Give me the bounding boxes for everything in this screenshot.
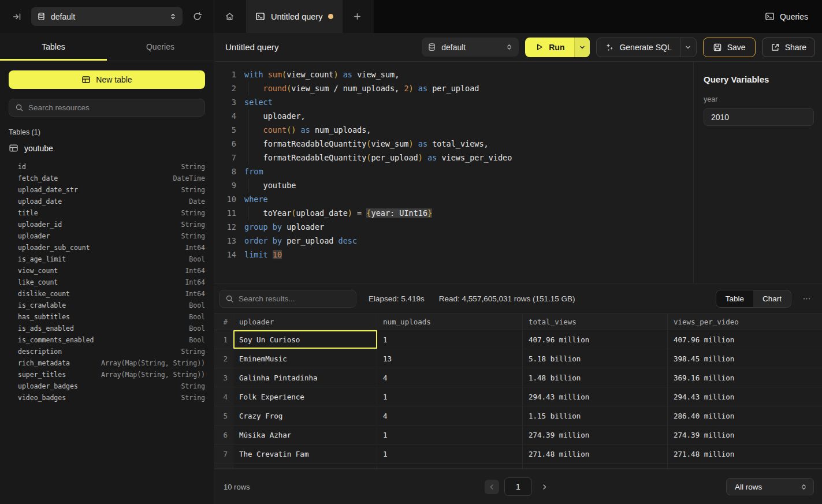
row-index[interactable]: 5 — [214, 406, 233, 425]
cell[interactable]: 4 — [377, 368, 523, 387]
code-line[interactable]: 11 toYear(upload_date) = {year: UInt16} — [221, 206, 693, 220]
code-line[interactable]: 8from — [221, 165, 693, 178]
results-search-input[interactable] — [239, 294, 350, 303]
row-index[interactable]: 3 — [214, 368, 233, 387]
new-table-button[interactable]: New table — [9, 70, 205, 89]
table-column-row[interactable]: view_countInt64 — [9, 265, 205, 277]
cell[interactable]: Crazy Frog — [233, 406, 377, 425]
cell[interactable]: 398.45 million — [668, 349, 822, 368]
queries-button[interactable]: Queries — [751, 0, 822, 33]
table-column-row[interactable]: uploader_badgesString — [9, 380, 205, 392]
cell[interactable]: Músika Azhar — [233, 425, 377, 444]
cell[interactable]: 13 — [377, 349, 523, 368]
table-column-row[interactable]: uploader_idString — [9, 219, 205, 230]
column-header-index[interactable]: # — [214, 314, 233, 330]
query-tab[interactable]: Untitled query — [246, 0, 343, 33]
column-header-uploader[interactable]: uploader — [233, 314, 377, 330]
column-header-num_uploads[interactable]: num_uploads — [377, 314, 523, 330]
table-column-row[interactable]: upload_dateDate — [9, 196, 205, 207]
next-page-button[interactable] — [537, 480, 552, 494]
cell[interactable]: 1 — [377, 445, 523, 463]
row-index[interactable]: 1 — [214, 330, 233, 349]
generate-sql-options-button[interactable] — [680, 38, 696, 57]
cell[interactable]: 271.48 million — [523, 445, 668, 463]
table-column-row[interactable]: is_ads_enabledBool — [9, 323, 205, 334]
code-line[interactable]: 4 uploader, — [221, 109, 693, 123]
code-line[interactable]: 2 round(view_sum / num_uploads, 2) as pe… — [221, 81, 693, 95]
cell[interactable]: 294.43 million — [523, 387, 668, 406]
run-options-button[interactable] — [574, 38, 590, 57]
cell[interactable]: 1.15 billion — [523, 406, 668, 425]
column-header-views_per_video[interactable]: views_per_video — [668, 314, 822, 330]
code-line[interactable]: 5 count() as num_uploads, — [221, 123, 693, 137]
table-column-row[interactable]: idString — [9, 161, 205, 173]
row-index[interactable]: 6 — [214, 425, 233, 444]
cell[interactable]: 286.40 million — [668, 406, 822, 425]
code-line[interactable]: 9 youtube — [221, 178, 693, 192]
new-tab-button[interactable] — [348, 8, 366, 25]
cell[interactable]: 407.96 million — [523, 330, 668, 349]
cell[interactable]: EminemMusic — [233, 349, 377, 368]
generate-sql-button[interactable]: Generate SQL — [597, 38, 679, 57]
code-line[interactable]: 7 formatReadableQuantity(per_upload) as … — [221, 151, 693, 165]
more-options-button[interactable] — [799, 291, 814, 306]
variable-input-year[interactable] — [704, 108, 814, 126]
cell[interactable]: 1 — [377, 425, 523, 444]
table-column-row[interactable]: like_countInt64 — [9, 277, 205, 288]
view-toggle-table[interactable]: Table — [716, 290, 753, 307]
cell[interactable]: 1.48 billion — [523, 368, 668, 387]
page-size-selector[interactable]: All rows — [726, 478, 814, 495]
database-selector-sidebar[interactable]: default — [31, 7, 183, 26]
cell[interactable]: 4 — [377, 406, 523, 425]
row-index[interactable]: 2 — [214, 349, 233, 368]
table-column-row[interactable]: video_badgesString — [9, 392, 205, 404]
save-button[interactable]: Save — [703, 38, 756, 57]
cell[interactable]: 274.39 million — [668, 425, 822, 444]
home-button[interactable] — [220, 7, 239, 26]
cell[interactable]: 369.16 million — [668, 368, 822, 387]
column-header-total_views[interactable]: total_views — [523, 314, 668, 330]
table-column-row[interactable]: uploader_sub_countInt64 — [9, 242, 205, 253]
code-line[interactable]: 10where — [221, 192, 693, 206]
cell[interactable]: 1 — [377, 387, 523, 406]
table-column-row[interactable]: upload_date_strString — [9, 184, 205, 196]
table-column-row[interactable]: dislike_countInt64 — [9, 288, 205, 300]
table-column-row[interactable]: super_titlesArray(Map(String, String)) — [9, 369, 205, 380]
table-column-row[interactable]: is_comments_enabledBool — [9, 334, 205, 346]
code-line[interactable]: 12group by uploader — [221, 220, 693, 234]
row-index[interactable]: 7 — [214, 445, 233, 463]
cell[interactable]: 407.96 million — [668, 330, 822, 349]
cell[interactable]: 1 — [377, 330, 523, 349]
cell[interactable]: Galinha Pintadinha — [233, 368, 377, 387]
table-column-row[interactable]: uploaderString — [9, 230, 205, 242]
resource-search[interactable] — [9, 99, 205, 117]
table-column-row[interactable]: titleString — [9, 207, 205, 219]
table-column-row[interactable]: is_age_limitBool — [9, 253, 205, 265]
table-column-row[interactable]: has_subtitlesBool — [9, 311, 205, 323]
resource-search-input[interactable] — [28, 103, 199, 112]
collapse-sidebar-button[interactable] — [8, 8, 25, 25]
table-column-row[interactable]: is_crawlableBool — [9, 300, 205, 311]
table-column-row[interactable]: fetch_dateDateTime — [9, 173, 205, 184]
row-index[interactable]: 4 — [214, 387, 233, 406]
cell[interactable]: 5.18 billion — [523, 349, 668, 368]
sql-editor[interactable]: 1with sum(view_count) as view_sum,2 roun… — [214, 62, 693, 283]
current-page[interactable]: 1 — [504, 477, 532, 496]
cell[interactable]: Folk Experience — [233, 387, 377, 406]
code-line[interactable]: 3select — [221, 95, 693, 109]
code-line[interactable]: 6 formatReadableQuantity(view_sum) as to… — [221, 137, 693, 151]
cell[interactable]: 294.43 million — [668, 387, 822, 406]
code-line[interactable]: 1with sum(view_count) as view_sum, — [221, 68, 693, 81]
prev-page-button[interactable] — [485, 480, 499, 494]
run-button[interactable]: Run — [525, 38, 574, 57]
database-selector-toolbar[interactable]: default — [422, 38, 519, 57]
tab-tables[interactable]: Tables — [0, 33, 107, 61]
sidebar-table-youtube[interactable]: youtube — [9, 143, 205, 153]
table-column-row[interactable]: rich_metadataArray(Map(String, String)) — [9, 357, 205, 369]
cell[interactable]: Soy Un Curioso — [233, 330, 377, 349]
code-line[interactable]: 14limit 10 — [221, 248, 693, 262]
table-column-row[interactable]: descriptionString — [9, 346, 205, 357]
refresh-button[interactable] — [188, 8, 206, 25]
cell[interactable]: The Crevatin Fam — [233, 445, 377, 463]
share-button[interactable]: Share — [762, 38, 815, 57]
